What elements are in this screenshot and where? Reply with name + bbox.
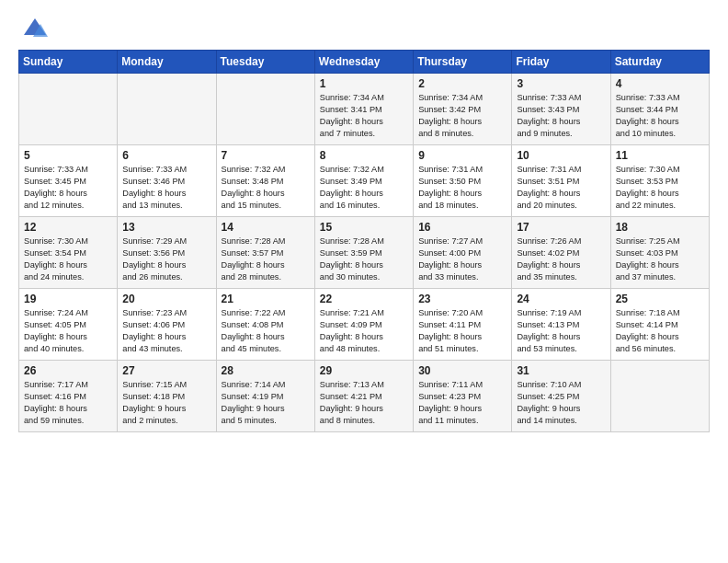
- day-cell: 21Sunrise: 7:22 AM Sunset: 4:08 PM Dayli…: [216, 289, 314, 361]
- day-info: Sunrise: 7:33 AM Sunset: 3:43 PM Dayligh…: [517, 92, 605, 140]
- day-number: 16: [418, 221, 506, 234]
- day-cell: [19, 74, 118, 145]
- day-info: Sunrise: 7:33 AM Sunset: 3:44 PM Dayligh…: [616, 92, 704, 140]
- col-header-tuesday: Tuesday: [216, 51, 314, 74]
- day-cell: 6Sunrise: 7:33 AM Sunset: 3:46 PM Daylig…: [118, 145, 216, 217]
- day-number: 6: [122, 149, 210, 162]
- day-info: Sunrise: 7:33 AM Sunset: 3:46 PM Dayligh…: [122, 164, 210, 212]
- day-cell: 16Sunrise: 7:27 AM Sunset: 4:00 PM Dayli…: [414, 217, 512, 289]
- day-info: Sunrise: 7:28 AM Sunset: 3:57 PM Dayligh…: [222, 236, 310, 283]
- day-number: 1: [320, 77, 408, 90]
- day-info: Sunrise: 7:19 AM Sunset: 4:13 PM Dayligh…: [517, 307, 605, 355]
- day-info: Sunrise: 7:18 AM Sunset: 4:14 PM Dayligh…: [616, 307, 704, 355]
- day-info: Sunrise: 7:32 AM Sunset: 3:49 PM Dayligh…: [320, 164, 408, 212]
- day-cell: 10Sunrise: 7:31 AM Sunset: 3:51 PM Dayli…: [512, 145, 610, 217]
- day-info: Sunrise: 7:13 AM Sunset: 4:21 PM Dayligh…: [320, 379, 408, 427]
- day-cell: 17Sunrise: 7:26 AM Sunset: 4:02 PM Dayli…: [512, 217, 610, 289]
- day-number: 28: [222, 364, 310, 377]
- day-number: 9: [418, 149, 506, 162]
- day-cell: 29Sunrise: 7:13 AM Sunset: 4:21 PM Dayli…: [314, 361, 413, 432]
- col-header-wednesday: Wednesday: [314, 51, 413, 74]
- day-number: 30: [418, 364, 506, 377]
- week-row-2: 5Sunrise: 7:33 AM Sunset: 3:45 PM Daylig…: [19, 145, 710, 217]
- day-number: 5: [24, 149, 112, 162]
- day-number: 3: [517, 77, 605, 90]
- calendar-table: SundayMondayTuesdayWednesdayThursdayFrid…: [18, 50, 710, 432]
- week-row-5: 26Sunrise: 7:17 AM Sunset: 4:16 PM Dayli…: [19, 361, 710, 432]
- day-number: 24: [517, 293, 605, 305]
- day-cell: 13Sunrise: 7:29 AM Sunset: 3:56 PM Dayli…: [118, 217, 216, 289]
- day-cell: 31Sunrise: 7:10 AM Sunset: 4:25 PM Dayli…: [512, 361, 610, 432]
- day-number: 2: [418, 77, 506, 90]
- header: [18, 15, 710, 40]
- day-cell: 26Sunrise: 7:17 AM Sunset: 4:16 PM Dayli…: [19, 361, 118, 432]
- day-number: 25: [616, 293, 704, 305]
- day-number: 18: [616, 221, 704, 234]
- day-info: Sunrise: 7:11 AM Sunset: 4:23 PM Dayligh…: [418, 379, 506, 427]
- day-info: Sunrise: 7:20 AM Sunset: 4:11 PM Dayligh…: [418, 307, 506, 355]
- day-number: 8: [320, 149, 408, 162]
- day-info: Sunrise: 7:23 AM Sunset: 4:06 PM Dayligh…: [122, 307, 210, 355]
- day-cell: 25Sunrise: 7:18 AM Sunset: 4:14 PM Dayli…: [610, 289, 709, 361]
- day-cell: 14Sunrise: 7:28 AM Sunset: 3:57 PM Dayli…: [216, 217, 314, 289]
- day-cell: 19Sunrise: 7:24 AM Sunset: 4:05 PM Dayli…: [19, 289, 118, 361]
- day-info: Sunrise: 7:10 AM Sunset: 4:25 PM Dayligh…: [517, 379, 605, 427]
- day-info: Sunrise: 7:26 AM Sunset: 4:02 PM Dayligh…: [517, 236, 605, 283]
- day-cell: 4Sunrise: 7:33 AM Sunset: 3:44 PM Daylig…: [610, 74, 709, 145]
- day-info: Sunrise: 7:14 AM Sunset: 4:19 PM Dayligh…: [222, 379, 310, 427]
- day-cell: 7Sunrise: 7:32 AM Sunset: 3:48 PM Daylig…: [216, 145, 314, 217]
- day-info: Sunrise: 7:34 AM Sunset: 3:41 PM Dayligh…: [320, 92, 408, 140]
- day-info: Sunrise: 7:28 AM Sunset: 3:59 PM Dayligh…: [320, 236, 408, 283]
- day-info: Sunrise: 7:27 AM Sunset: 4:00 PM Dayligh…: [418, 236, 506, 283]
- day-number: 4: [616, 77, 704, 90]
- col-header-sunday: Sunday: [19, 51, 118, 74]
- day-cell: 8Sunrise: 7:32 AM Sunset: 3:49 PM Daylig…: [314, 145, 413, 217]
- col-header-monday: Monday: [118, 51, 216, 74]
- day-cell: 2Sunrise: 7:34 AM Sunset: 3:42 PM Daylig…: [414, 74, 512, 145]
- day-cell: 23Sunrise: 7:20 AM Sunset: 4:11 PM Dayli…: [414, 289, 512, 361]
- week-row-4: 19Sunrise: 7:24 AM Sunset: 4:05 PM Dayli…: [19, 289, 710, 361]
- logo-icon: [22, 15, 48, 40]
- day-cell: 30Sunrise: 7:11 AM Sunset: 4:23 PM Dayli…: [414, 361, 512, 432]
- day-cell: [216, 74, 314, 145]
- day-info: Sunrise: 7:25 AM Sunset: 4:03 PM Dayligh…: [616, 236, 704, 283]
- col-header-thursday: Thursday: [414, 51, 512, 74]
- day-info: Sunrise: 7:31 AM Sunset: 3:50 PM Dayligh…: [418, 164, 506, 212]
- day-number: 22: [320, 293, 408, 305]
- day-cell: 18Sunrise: 7:25 AM Sunset: 4:03 PM Dayli…: [610, 217, 709, 289]
- day-cell: 15Sunrise: 7:28 AM Sunset: 3:59 PM Dayli…: [314, 217, 413, 289]
- day-info: Sunrise: 7:22 AM Sunset: 4:08 PM Dayligh…: [222, 307, 310, 355]
- day-info: Sunrise: 7:33 AM Sunset: 3:45 PM Dayligh…: [24, 164, 112, 212]
- day-number: 31: [517, 364, 605, 377]
- day-cell: 24Sunrise: 7:19 AM Sunset: 4:13 PM Dayli…: [512, 289, 610, 361]
- day-cell: 11Sunrise: 7:30 AM Sunset: 3:53 PM Dayli…: [610, 145, 709, 217]
- day-cell: [610, 361, 709, 432]
- week-row-3: 12Sunrise: 7:30 AM Sunset: 3:54 PM Dayli…: [19, 217, 710, 289]
- col-header-friday: Friday: [512, 51, 610, 74]
- day-info: Sunrise: 7:17 AM Sunset: 4:16 PM Dayligh…: [24, 379, 112, 427]
- day-number: 17: [517, 221, 605, 234]
- day-number: 13: [122, 221, 210, 234]
- day-number: 15: [320, 221, 408, 234]
- day-cell: 3Sunrise: 7:33 AM Sunset: 3:43 PM Daylig…: [512, 74, 610, 145]
- day-info: Sunrise: 7:32 AM Sunset: 3:48 PM Dayligh…: [222, 164, 310, 212]
- day-cell: 20Sunrise: 7:23 AM Sunset: 4:06 PM Dayli…: [118, 289, 216, 361]
- day-number: 19: [24, 293, 112, 305]
- day-number: 26: [24, 364, 112, 377]
- day-info: Sunrise: 7:31 AM Sunset: 3:51 PM Dayligh…: [517, 164, 605, 212]
- day-number: 7: [222, 149, 310, 162]
- day-info: Sunrise: 7:24 AM Sunset: 4:05 PM Dayligh…: [24, 307, 112, 355]
- day-info: Sunrise: 7:21 AM Sunset: 4:09 PM Dayligh…: [320, 307, 408, 355]
- day-info: Sunrise: 7:34 AM Sunset: 3:42 PM Dayligh…: [418, 92, 506, 140]
- day-number: 21: [222, 293, 310, 305]
- logo: [18, 15, 48, 40]
- header-row: SundayMondayTuesdayWednesdayThursdayFrid…: [19, 51, 710, 74]
- day-cell: 5Sunrise: 7:33 AM Sunset: 3:45 PM Daylig…: [19, 145, 118, 217]
- day-number: 23: [418, 293, 506, 305]
- day-number: 14: [222, 221, 310, 234]
- day-info: Sunrise: 7:30 AM Sunset: 3:54 PM Dayligh…: [24, 236, 112, 283]
- day-number: 10: [517, 149, 605, 162]
- day-cell: 27Sunrise: 7:15 AM Sunset: 4:18 PM Dayli…: [118, 361, 216, 432]
- day-number: 11: [616, 149, 704, 162]
- day-cell: 9Sunrise: 7:31 AM Sunset: 3:50 PM Daylig…: [414, 145, 512, 217]
